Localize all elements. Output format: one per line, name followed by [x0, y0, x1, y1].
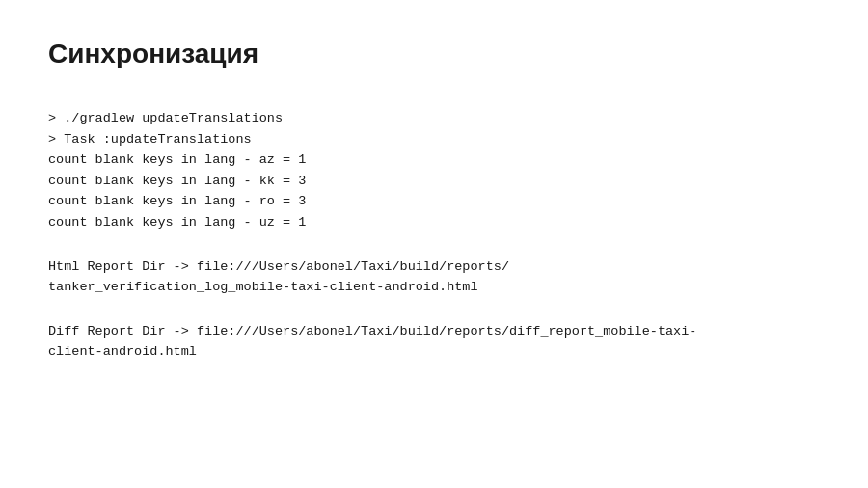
- commands-section: > ./gradlew updateTranslations> Task :up…: [48, 108, 820, 233]
- page-title: Синхронизация: [48, 39, 820, 69]
- code-line: count blank keys in lang - az = 1: [48, 149, 820, 171]
- code-line: count blank keys in lang - kk = 3: [48, 171, 820, 192]
- code-line: > Task :updateTranslations: [48, 129, 820, 150]
- diff-report-section: Diff Report Dir -> file:///Users/abonel/…: [48, 321, 820, 363]
- code-line: Html Report Dir -> file:///Users/abonel/…: [48, 257, 820, 278]
- code-block: > ./gradlew updateTranslations> Task :up…: [48, 108, 820, 363]
- code-line: count blank keys in lang - ro = 3: [48, 191, 820, 212]
- code-line: count blank keys in lang - uz = 1: [48, 212, 820, 233]
- code-line: client-android.html: [48, 341, 820, 363]
- code-line: Diff Report Dir -> file:///Users/abonel/…: [48, 321, 820, 342]
- code-line: tanker_verification_log_mobile-taxi-clie…: [48, 277, 820, 298]
- html-report-section: Html Report Dir -> file:///Users/abonel/…: [48, 257, 820, 298]
- code-line: > ./gradlew updateTranslations: [48, 108, 820, 129]
